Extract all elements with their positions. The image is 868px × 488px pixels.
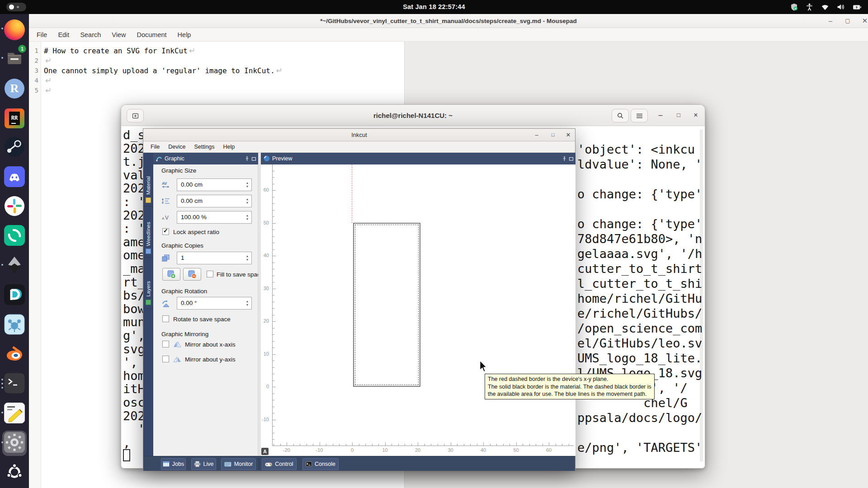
dock-item-blender[interactable] — [0, 340, 29, 369]
graphic-scale-input[interactable]: 100.00 % ▲▼ — [177, 211, 252, 224]
material-icon — [146, 197, 151, 203]
graphic-width-input[interactable]: 0.00 cm ▲▼ — [177, 178, 252, 191]
inkcut-minimize-button[interactable]: – — [531, 129, 542, 141]
inkcut-menu-settings[interactable]: Settings — [194, 144, 214, 150]
y-tick-label: -10 — [248, 417, 269, 422]
dock-item-files[interactable]: 1 — [0, 44, 29, 74]
pin-icon[interactable] — [562, 156, 567, 161]
inkcut-titlebar: Inkcut – □ ✕ — [143, 129, 575, 141]
tab-live[interactable]: Live — [191, 458, 216, 470]
end-of-line-icon: ↵ — [44, 76, 52, 85]
terminal-close-button[interactable]: × — [690, 105, 702, 126]
dock-item-settings[interactable] — [0, 429, 29, 458]
dock-item-discord[interactable] — [0, 163, 29, 192]
preview-panel-header: Preview — [261, 153, 576, 164]
y-tick-label: 60 — [248, 187, 269, 192]
float-panel-icon[interactable] — [569, 156, 574, 161]
x-tick-label: 60 — [539, 447, 559, 453]
y-tick-label: 10 — [248, 351, 269, 357]
mousepad-minimize-button[interactable]: – — [824, 14, 837, 28]
terminal-text-line: rt_ — [123, 276, 145, 289]
inkcut-menu-help[interactable]: Help — [223, 144, 235, 150]
tab-jobs[interactable]: Jobs — [161, 458, 186, 470]
terminal-text-line: t.j — [123, 155, 145, 168]
line-number: 3 — [35, 66, 38, 75]
mousepad-menu-document[interactable]: Document — [137, 31, 167, 38]
fill-save-space-checkbox[interactable]: ✓ — [207, 271, 213, 277]
x-minor-tick — [556, 444, 556, 446]
graphic-rotation-input[interactable]: 0.00 ° ▲▼ — [177, 297, 252, 310]
dock-item-rr-ide[interactable]: RR — [0, 103, 29, 133]
side-tab-material[interactable]: Material — [143, 157, 153, 206]
mirror-x-checkbox[interactable]: ✓ — [162, 341, 169, 347]
mousepad-close-button[interactable]: ✕ — [858, 14, 868, 28]
dock-item-text-editor[interactable] — [0, 399, 29, 428]
tooltip-line: The red dashed border is the device's x-… — [488, 375, 651, 383]
ubuntu-dock: 1RRR — [0, 14, 29, 488]
inkcut-close-button[interactable]: ✕ — [562, 129, 574, 141]
clock[interactable]: Sat Jan 18 22:57:44 — [0, 0, 868, 14]
discord-icon — [4, 166, 25, 189]
y-minor-tick — [273, 394, 274, 394]
rotate-save-space-checkbox[interactable]: ✓ — [162, 315, 169, 322]
mousepad-menu-search[interactable]: Search — [80, 31, 101, 38]
accessibility-icon — [806, 3, 813, 11]
dock-item-inkscape[interactable] — [0, 251, 29, 281]
tab-control[interactable]: Control — [262, 458, 297, 470]
terminal-text-line: ppsala/docs/logo/ — [577, 411, 702, 424]
x-minor-tick — [339, 444, 340, 446]
tab-group-divider — [259, 458, 259, 470]
inkcut-maximize-button[interactable]: □ — [547, 129, 559, 141]
mousepad-menu-help[interactable]: Help — [178, 31, 191, 38]
add-copy-button[interactable] — [162, 268, 180, 281]
side-tab-weedlines[interactable]: Weedlines — [143, 208, 153, 258]
y-minor-tick — [273, 203, 274, 204]
graphic-height-input[interactable]: 0.00 cm ▲▼ — [177, 195, 252, 207]
y-minor-tick — [273, 426, 274, 427]
terminal-search-button[interactable] — [612, 109, 629, 122]
inkcut-menu-device[interactable]: Device — [168, 144, 185, 150]
terminal-maximize-button[interactable]: □ — [673, 105, 684, 126]
rotate-save-space-label: Rotate to save space — [173, 316, 231, 323]
dock-item-steam[interactable] — [0, 133, 29, 163]
terminal-minimize-button[interactable]: – — [655, 105, 666, 126]
inkcut-menu-file[interactable]: File — [151, 144, 160, 150]
remove-copy-button[interactable] — [183, 268, 201, 281]
terminal-text-line: , — [123, 436, 130, 449]
mousepad-maximize-button[interactable]: ▢ — [841, 14, 854, 28]
tab-monitor[interactable]: Monitor — [221, 458, 256, 470]
dock-item-slack[interactable] — [0, 192, 29, 221]
terminal-text-line: home/richel/GitHu — [577, 292, 702, 305]
dock-item-firefox[interactable] — [0, 15, 29, 44]
side-tab-label: Layers — [146, 281, 151, 297]
auto-scale-button[interactable]: A — [261, 448, 269, 455]
x-tick-label: 50 — [506, 447, 526, 453]
x-minor-tick — [398, 444, 399, 446]
dock-item-ubuntu-apps[interactable] — [0, 458, 29, 488]
mirror-y-checkbox[interactable]: ✓ — [162, 356, 169, 362]
running-indicator-dot — [1, 57, 3, 59]
dock-item-crab-app[interactable] — [0, 310, 29, 340]
dock-item-terminal-app[interactable] — [0, 370, 29, 399]
terminal-menu-button[interactable] — [631, 109, 648, 122]
terminal-headerbar: richel@richel-N141CU: ~ – □ × — [121, 105, 705, 126]
terminal-text-line: 202 — [123, 142, 145, 155]
system-status-area[interactable] — [790, 0, 862, 14]
pin-icon[interactable] — [245, 156, 250, 161]
side-tab-layers[interactable]: Layers — [143, 259, 153, 309]
lock-aspect-checkbox[interactable]: ✓ — [162, 228, 169, 235]
terminal-text-line: bow — [123, 302, 145, 315]
dock-item-p-app[interactable] — [0, 281, 29, 310]
tab-console[interactable]: Console — [302, 458, 339, 470]
graphic-copies-input[interactable]: 1 ▲▼ — [177, 252, 252, 264]
float-panel-icon[interactable] — [251, 156, 256, 161]
spin-up-icon: ▲ — [246, 214, 249, 217]
dock-item-r-project[interactable]: R — [0, 74, 29, 103]
mousepad-menu-file[interactable]: File — [37, 31, 47, 38]
terminal-text-line: 202 — [123, 209, 145, 222]
x-tick-label: -10 — [310, 447, 330, 453]
dock-item-element[interactable] — [0, 222, 29, 251]
mousepad-menu-view[interactable]: View — [112, 31, 126, 38]
mousepad-menu-edit[interactable]: Edit — [58, 31, 69, 38]
terminal-text-line: bs/ — [123, 289, 145, 302]
